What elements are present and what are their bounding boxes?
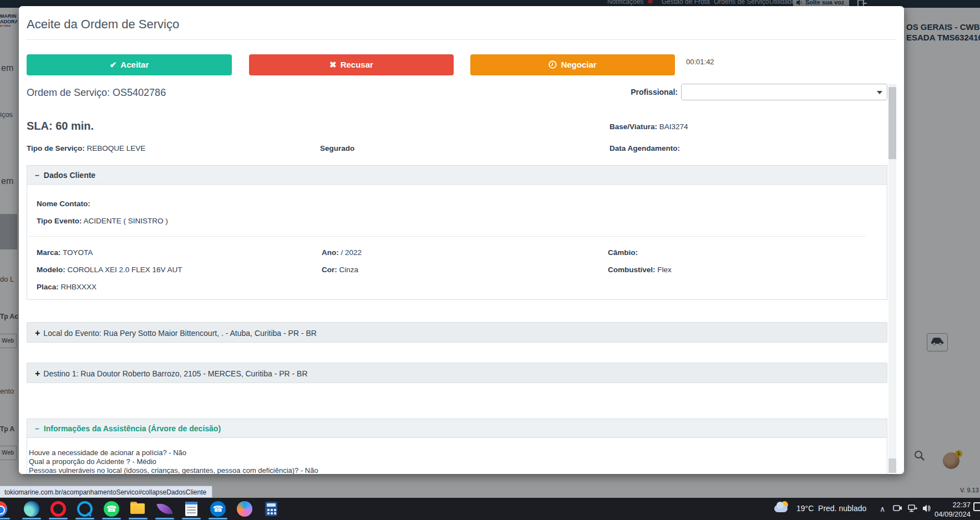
accept-label: Aceitar — [120, 60, 149, 69]
assistencia-question: Pessoas vulneráveis no local (idosos, cr… — [29, 466, 318, 474]
notepad-icon[interactable] — [183, 501, 200, 517]
expand-icon — [35, 369, 43, 378]
modal-title: Aceite da Ordem de Serviço — [27, 17, 179, 32]
clock-icon — [549, 60, 557, 69]
combustivel-field: Combustível: Flex — [608, 266, 672, 274]
clock-time: 22:37 — [930, 500, 971, 509]
professional-select[interactable] — [681, 84, 887, 100]
assistencia-panel: Informações da Assistência (Árvore de de… — [27, 419, 887, 474]
edge-icon[interactable] — [23, 501, 40, 517]
active-app-indicator — [182, 518, 201, 519]
scrollbar-lower-block — [888, 458, 896, 473]
phone-app-icon[interactable]: ☎ — [210, 501, 226, 517]
nome-contato-label: Nome Contato: — [37, 200, 90, 208]
file-explorer-icon[interactable] — [130, 501, 146, 517]
professional-label: Profissional: — [596, 88, 678, 96]
weather-text[interactable]: 19°C Pred. nublado — [796, 504, 866, 513]
cor-field: Cor: Cinza — [322, 266, 358, 274]
active-app-indicator — [129, 518, 148, 519]
active-app-indicator — [22, 518, 41, 519]
dados-cliente-panel: Dados Cliente — [27, 165, 887, 300]
clock-date: 04/09/2024 — [930, 509, 971, 519]
assistencia-question: Houve a necessidade de acionar a polícia… — [29, 448, 186, 457]
whatsapp-icon[interactable]: ☎ — [103, 501, 120, 517]
local-evento-bar[interactable]: Local do Evento: Rua Pery Sotto Maior Bi… — [27, 322, 887, 343]
dados-cliente-header[interactable]: Dados Cliente — [27, 166, 887, 185]
refuse-button[interactable]: Recusar — [249, 54, 454, 75]
cloud-icon — [774, 505, 788, 512]
assistencia-question: Qual a proporção do Acidente ? - Médio — [29, 457, 156, 466]
sla-text: SLA: 60 min. — [27, 120, 94, 132]
negotiate-label: Negociar — [561, 60, 596, 69]
collapse-icon — [35, 424, 44, 433]
destino-text: Destino 1: Rua Doutor Roberto Barrozo, 2… — [43, 369, 307, 378]
status-link-tooltip: tokiomarine.com.br/acompanhamentoServico… — [0, 486, 212, 498]
collapse-icon — [35, 171, 44, 180]
tipo-servico: Tipo de Serviço: REBOQUE LEVE — [27, 144, 145, 152]
x-icon — [329, 60, 337, 69]
accept-button[interactable]: Aceitar — [27, 54, 232, 75]
modal-scrollbar[interactable] — [888, 84, 896, 473]
weather-widget[interactable] — [774, 501, 792, 517]
marca-field: Marca: TOYOTA — [37, 248, 93, 257]
assistencia-header[interactable]: Informações da Assistência (Árvore de de… — [27, 419, 887, 438]
ano-field: Ano: / 2022 — [322, 248, 362, 257]
assistencia-title: Informações da Assistência (Árvore de de… — [44, 424, 221, 433]
chrome-icon[interactable] — [0, 501, 8, 517]
divider — [27, 39, 896, 40]
active-app-indicator — [209, 518, 227, 519]
refuse-label: Recusar — [341, 60, 373, 69]
modelo-field: Modelo: COROLLA XEI 2.0 FLEX 16V AUT — [37, 266, 182, 274]
feather-app-icon[interactable] — [156, 501, 173, 517]
dados-cliente-title: Dados Cliente — [44, 171, 95, 180]
calculator-icon[interactable] — [263, 501, 280, 517]
active-app-indicator — [102, 518, 121, 519]
data-agendamento-label: Data Agendamento: — [610, 144, 680, 152]
local-evento-text: Local do Evento: Rua Pery Sotto Maior Bi… — [43, 329, 317, 338]
active-app-indicator — [155, 518, 174, 519]
expand-icon — [35, 329, 43, 338]
opera-icon[interactable] — [50, 501, 67, 517]
cambio-field: Câmbio: — [608, 248, 638, 257]
tray-chevron-icon[interactable]: ∧ — [880, 504, 885, 513]
aceite-modal: Aceite da Ordem de Serviço Aceitar Recus… — [19, 6, 904, 474]
segurado-label: Segurado — [320, 144, 354, 152]
notification-center-icon[interactable] — [973, 502, 980, 511]
screen: { "navbar": { "items": ["Notificações", … — [0, 0, 980, 520]
scrollbar-thumb[interactable] — [888, 87, 896, 159]
placa-field: Placa: RHBXXXX — [37, 283, 97, 291]
negotiate-button[interactable]: Negociar — [470, 54, 675, 75]
divider — [29, 236, 866, 237]
network-icon[interactable] — [908, 504, 917, 513]
active-app-indicator — [75, 518, 94, 519]
countdown-timer: 00:01:42 — [686, 58, 714, 66]
q-browser-icon[interactable] — [77, 501, 93, 517]
destino-bar[interactable]: Destino 1: Rua Doutor Roberto Barrozo, 2… — [27, 363, 887, 383]
taskbar-clock[interactable]: 22:37 04/09/2024 — [930, 500, 971, 519]
base-viatura: Base/Viatura: BAI3274 — [610, 123, 688, 131]
tray-app-icon[interactable] — [893, 504, 902, 513]
check-icon — [110, 60, 117, 69]
active-app-indicator — [49, 518, 68, 519]
tipo-evento: Tipo Evento: ACIDENTE ( SINISTRO ) — [37, 217, 168, 225]
chevron-down-icon — [877, 91, 882, 94]
copilot-icon[interactable] — [236, 501, 253, 517]
active-app-indicator — [0, 518, 10, 519]
order-number: Ordem de Serviço: OS5402786 — [27, 87, 166, 99]
